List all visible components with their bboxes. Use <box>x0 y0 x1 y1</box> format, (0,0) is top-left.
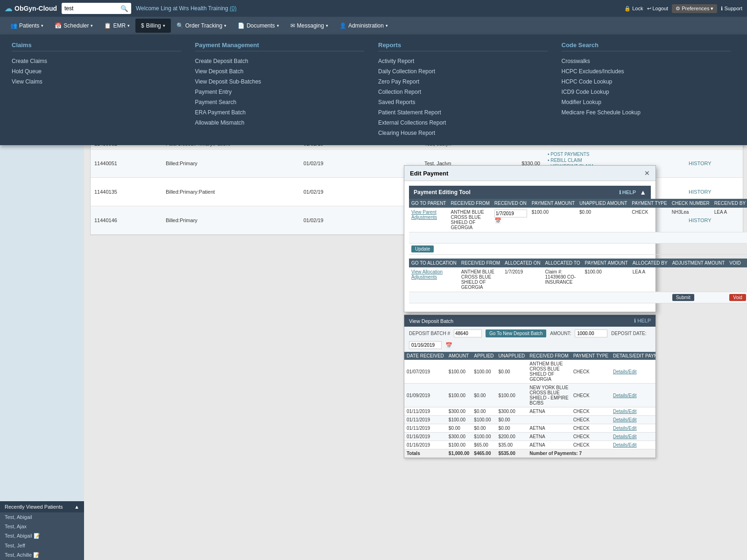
dep-type: CHECK <box>571 424 611 433</box>
tool-collapse-btn[interactable]: ▲ <box>640 189 646 196</box>
deposit-date-input[interactable] <box>409 341 442 349</box>
create-claims-link[interactable]: Create Claims <box>12 56 181 66</box>
received-on-input[interactable] <box>494 210 527 217</box>
nav-order-tracking[interactable]: 🔍 Order Tracking ▾ <box>171 19 232 33</box>
ah-to: ALLOCATED TO <box>543 259 583 267</box>
batch-number-input[interactable] <box>454 329 482 337</box>
details-edit-link[interactable]: Details/Edit <box>613 417 637 422</box>
view-parent-adj-link[interactable]: View Parent Adjustments <box>411 210 437 220</box>
view-claims-link[interactable]: View Claims <box>12 77 181 87</box>
collection-report-link[interactable]: Collection Report <box>378 87 548 97</box>
dep-unapplied: $0.00 <box>496 424 528 433</box>
nav-documents[interactable]: 📄 Documents ▾ <box>232 19 285 33</box>
view-deposit-sub-link[interactable]: View Deposit Sub-Batches <box>195 77 365 87</box>
history-link[interactable]: HISTORY <box>689 161 712 166</box>
post-payments-link[interactable]: POST PAYMENTS <box>548 152 681 157</box>
deposit-title: View Deposit Batch <box>409 318 453 324</box>
tool-help-icon[interactable]: ℹ HELP <box>619 189 636 196</box>
allowable-mismatch-link[interactable]: Allowable Mismatch <box>195 118 365 128</box>
view-deposit-link[interactable]: View Deposit Batch <box>195 66 365 77</box>
calendar-icon[interactable]: 📅 <box>494 217 501 224</box>
dt-details: DETAILS/EDIT PAYMENT <box>611 352 655 360</box>
details-edit-link[interactable]: Details/Edit <box>613 393 637 398</box>
update-button[interactable]: Update <box>411 245 434 252</box>
search-button[interactable]: 🔍 <box>120 5 128 12</box>
nav-administration[interactable]: 👤 Administration ▾ <box>334 19 394 33</box>
dep-applied: $65.00 <box>472 441 496 449</box>
tool-header: Payment Editing Tool ℹ HELP ▲ <box>409 186 651 199</box>
dep-amount: $100.00 <box>446 360 472 384</box>
alloc-void-button[interactable]: Void <box>729 294 746 301</box>
go-new-deposit-btn[interactable]: Go To New Deposit Batch <box>486 329 546 337</box>
recently-viewed-patient[interactable]: Test, Jeff <box>0 541 84 548</box>
details-edit-link[interactable]: Details/Edit <box>613 434 637 439</box>
payment-entry-link[interactable]: Payment Entry <box>195 87 365 97</box>
saved-reports-link[interactable]: Saved Reports <box>378 97 548 107</box>
dep-type: CHECK <box>571 360 611 384</box>
claim-num: 11440146 <box>91 206 162 235</box>
logout-button[interactable]: ↩ Logout <box>647 6 669 12</box>
amount-input[interactable] <box>575 329 607 337</box>
dep-applied: $0.00 <box>472 384 496 407</box>
dep-date: 01/07/2019 <box>404 360 446 384</box>
ah-goto: GO TO ALLOCATION <box>409 259 459 267</box>
search-input[interactable] <box>64 5 120 12</box>
view-alloc-adj-link[interactable]: View Allocation Adjustments <box>411 269 443 280</box>
external-collections-link[interactable]: External Collections Report <box>378 118 548 128</box>
lock-button[interactable]: 🔒 Lock <box>624 6 643 12</box>
details-edit-link[interactable]: Details/Edit <box>613 442 637 448</box>
nav-messaging[interactable]: ✉ Messaging ▾ <box>285 19 334 33</box>
medicare-fee-link[interactable]: Medicare Fee Schedule Lookup <box>562 107 731 118</box>
modal-close-button[interactable]: ✕ <box>644 169 650 177</box>
notif-link[interactable]: (0) <box>230 5 237 12</box>
payment-search-link[interactable]: Payment Search <box>195 97 365 107</box>
nav-scheduler[interactable]: 📅 Scheduler ▾ <box>49 19 99 33</box>
patient-statement-link[interactable]: Patient Statement Report <box>378 107 548 118</box>
dep-from: AETNA <box>527 424 571 433</box>
recently-viewed-patient[interactable]: Test, Abigail <box>0 512 84 522</box>
dep-unapplied: $0.00 <box>496 360 528 384</box>
alloc-on: 1/7/2019 <box>502 267 543 292</box>
rv-header[interactable]: Recently Viewed Patients ▲ <box>0 501 84 512</box>
daily-collection-link[interactable]: Daily Collection Report <box>378 66 548 77</box>
ph-amount: PAYMENT AMOUNT <box>529 199 577 208</box>
nav-patients[interactable]: 👥 Patients ▾ <box>5 19 49 33</box>
nav-billing[interactable]: $ Billing ▾ <box>135 19 171 33</box>
era-payment-link[interactable]: ERA Payment Batch <box>195 107 365 118</box>
logo-icon: ☁ <box>5 4 12 13</box>
activity-report-link[interactable]: Activity Report <box>378 56 548 66</box>
rebill-claim-link[interactable]: REBILL CLAIM <box>548 158 681 163</box>
rv-items-list: Test, AbigailTest, AjaxTest, Abigail 📝Te… <box>0 512 84 548</box>
dep-unapplied: $0.00 <box>496 416 528 424</box>
recently-viewed-patient[interactable]: Test, Ajax <box>0 522 84 531</box>
num-payments: Number of Payments: 7 <box>527 449 655 458</box>
history-link[interactable]: HISTORY <box>689 189 712 195</box>
dep-date: 01/11/2019 <box>404 424 446 433</box>
details-edit-link[interactable]: Details/Edit <box>613 369 637 374</box>
preferences-button[interactable]: ⚙ Preferences ▾ <box>672 4 717 13</box>
note-icon: 📝 <box>32 533 40 539</box>
hcpc-lookup-link[interactable]: HCPC Code Lookup <box>562 77 731 87</box>
zero-pay-link[interactable]: Zero Pay Report <box>378 77 548 87</box>
details-edit-link[interactable]: Details/Edit <box>613 426 637 431</box>
code-search-title: Code Search <box>562 42 731 51</box>
create-deposit-link[interactable]: Create Deposit Batch <box>195 56 365 66</box>
modifier-lookup-link[interactable]: Modifier Lookup <box>562 97 731 107</box>
alloc-submit-button[interactable]: Submit <box>672 294 694 301</box>
deposit-calendar-icon[interactable]: 📅 <box>445 342 452 349</box>
hold-queue-link[interactable]: Hold Queue <box>12 66 181 77</box>
nav-emr[interactable]: 📋 EMR ▾ <box>99 19 135 33</box>
crosswalks-link[interactable]: Crosswalks <box>562 56 731 66</box>
deposit-help[interactable]: ℹ HELP <box>634 318 651 324</box>
clearing-house-link[interactable]: Clearing House Report <box>378 128 548 138</box>
dep-date: 01/09/2019 <box>404 384 446 407</box>
recently-viewed-patient[interactable]: Test, Abigail 📝 <box>0 531 84 541</box>
parent-payment-table: GO TO PARENT RECEIVED FROM RECEIVED ON P… <box>409 199 747 255</box>
support-button[interactable]: ℹ Support <box>721 6 742 12</box>
icd9-lookup-link[interactable]: ICD9 Code Lookup <box>562 87 731 97</box>
hcpc-excludes-link[interactable]: HCPC Excludes/Includes <box>562 66 731 77</box>
nav-bar: 👥 Patients ▾ 📅 Scheduler ▾ 📋 EMR ▾ $ Bil… <box>0 17 747 35</box>
unapplied-amount: $0.00 <box>577 208 629 232</box>
details-edit-link[interactable]: Details/Edit <box>613 409 637 414</box>
dep-date: 01/11/2019 <box>404 407 446 416</box>
